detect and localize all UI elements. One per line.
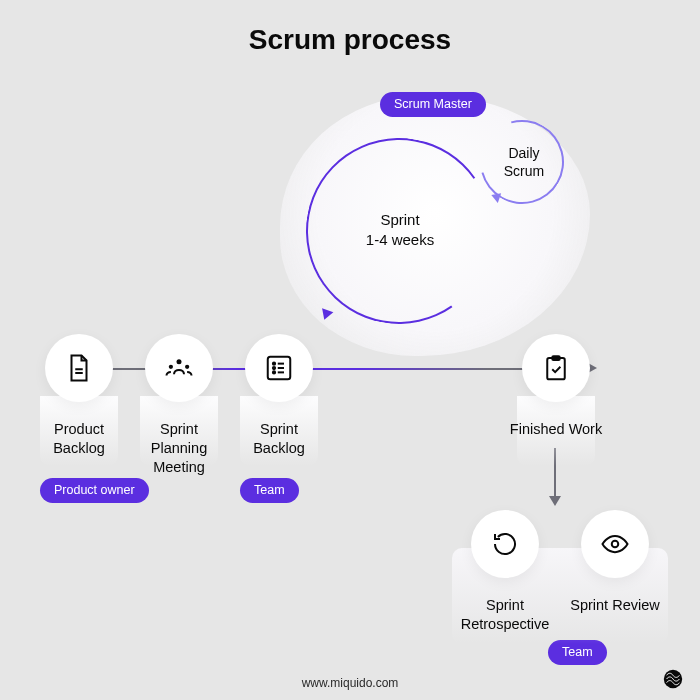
step-label: Sprint Review [565, 596, 665, 615]
svg-rect-7 [547, 358, 565, 379]
icon-bubble [581, 510, 649, 578]
sprint-loop-label: Sprint 1-4 weeks [340, 210, 460, 251]
icon-bubble [245, 334, 313, 402]
pill-scrum-master: Scrum Master [380, 92, 486, 117]
clipboard-check-icon [541, 353, 571, 383]
sprint-label-line2: 1-4 weeks [366, 231, 434, 248]
pill-product-owner: Product owner [40, 478, 149, 503]
svg-point-0 [177, 359, 182, 364]
step-product-backlog: Product Backlog [34, 334, 124, 458]
step-label: Product Backlog [34, 420, 124, 458]
refresh-icon [490, 529, 520, 559]
svg-point-2 [185, 365, 189, 369]
icon-bubble [145, 334, 213, 402]
step-finished-work: Finished Work [506, 334, 606, 439]
brand-logo-icon [662, 668, 684, 690]
step-label: Sprint Backlog [234, 420, 324, 458]
daily-label-line1: Daily [508, 145, 539, 161]
svg-point-6 [273, 371, 275, 373]
document-icon [64, 353, 94, 383]
icon-bubble [45, 334, 113, 402]
pill-team-top: Team [240, 478, 299, 503]
page-title: Scrum process [249, 24, 451, 56]
icon-bubble [522, 334, 590, 402]
daily-scrum-label: Daily Scrum [494, 144, 554, 180]
step-label: Sprint Retrospective [455, 596, 555, 634]
arrow-down-icon [549, 496, 561, 506]
sprint-label-line1: Sprint [380, 211, 419, 228]
list-icon [264, 353, 294, 383]
daily-scrum-arrowhead [491, 193, 502, 204]
step-sprint-review: Sprint Review [565, 510, 665, 634]
step-label: Finished Work [506, 420, 606, 439]
step-sprint-planning: Sprint Planning Meeting [134, 334, 224, 477]
svg-point-5 [273, 367, 275, 369]
svg-point-9 [612, 541, 619, 548]
footer-url: www.miquido.com [302, 676, 399, 690]
svg-point-4 [273, 363, 275, 365]
icon-bubble [471, 510, 539, 578]
people-icon [164, 353, 194, 383]
step-label: Sprint Planning Meeting [134, 420, 224, 477]
step-sprint-backlog: Sprint Backlog [234, 334, 324, 458]
svg-point-1 [169, 365, 173, 369]
step-sprint-retrospective: Sprint Retrospective [455, 510, 555, 634]
review-cards-row: Sprint Retrospective Sprint Review [452, 510, 668, 634]
eye-icon [600, 529, 630, 559]
daily-label-line2: Scrum [504, 163, 544, 179]
